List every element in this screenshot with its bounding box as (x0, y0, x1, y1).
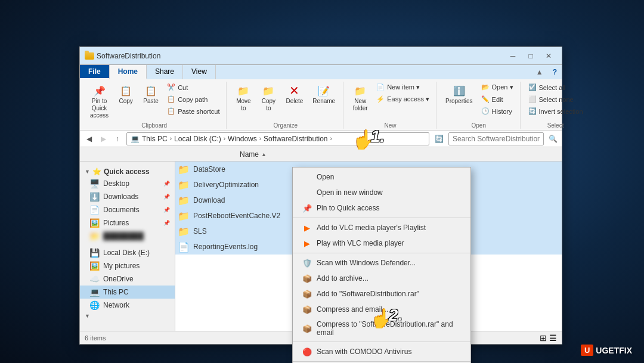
move-to-button[interactable]: 📁 Move to (231, 82, 255, 114)
copy-button[interactable]: 📋 Copy (114, 82, 138, 107)
ctx-compress-label: Compress and email... (317, 305, 388, 314)
sidebar-item-blurred-label: ████████ (103, 232, 144, 240)
sidebar-item-my-pictures[interactable]: 🖼️ My pictures (80, 259, 175, 272)
local-disk-e-icon: 💾 (89, 248, 100, 257)
sidebar-item-blurred[interactable]: 📁 ████████ (80, 229, 175, 243)
open-icon: 📂 (481, 83, 490, 91)
tab-home[interactable]: Home (110, 65, 147, 79)
refresh-button[interactable]: 🔄 (432, 132, 446, 145)
quick-access-icon: ⭐ (92, 167, 101, 176)
pictures-icon: 🖼️ (89, 218, 100, 228)
address-path[interactable]: 💻 This PC › Local Disk (C:) › Windows › … (126, 132, 429, 145)
sidebar-down-arrow: ▼ (85, 313, 90, 319)
ctx-open[interactable]: Open (293, 169, 470, 185)
ribbon: File Home Share View ▲ ? 📌 Pin to Quick … (80, 65, 562, 131)
history-label: History (492, 108, 512, 115)
copy-to-icon: 📁 (261, 83, 275, 98)
easy-access-button[interactable]: ⚡ Easy access ▾ (373, 94, 432, 105)
ctx-add-archive[interactable]: 📦 Add to archive... (293, 271, 470, 286)
ctx-compress-rar-email[interactable]: 📦 Compress to "SoftwareDistribution.rar"… (293, 317, 470, 340)
ribbon-collapse-btn[interactable]: ▲ (531, 65, 548, 79)
rename-button[interactable]: 📝 Rename (308, 82, 339, 107)
copy-path-label: Copy path (178, 96, 208, 103)
ctx-compress-rar-label: Compress to "SoftwareDistribution.rar" a… (317, 320, 461, 337)
ctx-scan-defender[interactable]: 🛡️ Scan with Windows Defender... (293, 255, 470, 271)
ctx-vlc-playlist[interactable]: ▶ Add to VLC media player's Playlist (293, 220, 470, 235)
clipboard-items: 📌 Pin to Quick access 📋 Copy 📋 Paste ✂️ (86, 82, 222, 121)
ctx-archive-icon: 📦 (302, 274, 312, 283)
paste-shortcut-button[interactable]: 📋 Paste shortcut (164, 106, 222, 117)
column-name-header[interactable]: Name ▲ (240, 150, 267, 159)
new-item-button[interactable]: 📄 New item ▾ (373, 82, 432, 93)
new-folder-button[interactable]: 📁 New folder (348, 82, 372, 114)
sidebar-item-network[interactable]: 🌐 Network (80, 299, 175, 312)
sidebar-item-pictures-label: Pictures (103, 219, 129, 227)
ctx-open-new-window[interactable]: Open in new window (293, 185, 470, 200)
sidebar-item-desktop[interactable]: 🖥️ Desktop 📌 (80, 177, 175, 190)
list-view-button[interactable]: ☰ (549, 333, 557, 343)
invert-selection-button[interactable]: 🔄 Invert selection (525, 106, 586, 117)
network-icon: 🌐 (89, 300, 100, 310)
sidebar-item-documents-label: Documents (103, 206, 140, 214)
folder-icon-postreboot: 📁 (178, 210, 190, 222)
ctx-vlc-play[interactable]: ▶ Play with VLC media player (293, 235, 470, 251)
ribbon-group-new: 📁 New folder 📄 New item ▾ ⚡ Easy access … (345, 82, 436, 129)
edit-button[interactable]: ✏️ Edit (478, 94, 516, 105)
sidebar-item-this-pc[interactable]: 💻 This PC (80, 286, 175, 299)
delete-button[interactable]: ✕ Delete (281, 82, 307, 107)
select-all-button[interactable]: ☑️ Select all (525, 82, 586, 93)
up-button[interactable]: ↑ (111, 132, 124, 145)
copy-to-button[interactable]: 📁 Copy to (256, 82, 280, 114)
copy-path-button[interactable]: 📋 Copy path (164, 94, 222, 105)
sidebar-item-local-disk-e[interactable]: 💾 Local Disk (E:) (80, 246, 175, 259)
ctx-scan-comodo[interactable]: 🔴 Scan with COMODO Antivirus (293, 344, 470, 359)
sidebar-item-onedrive[interactable]: ☁️ OneDrive (80, 272, 175, 286)
sidebar-item-desktop-label: Desktop (103, 179, 129, 188)
move-label: Move to (236, 98, 250, 112)
maximize-button[interactable]: □ (522, 50, 539, 62)
select-all-label: Select all (539, 84, 566, 91)
paste-button[interactable]: 📋 Paste (139, 82, 163, 107)
sort-arrow: ▲ (261, 151, 267, 157)
history-button[interactable]: 🕒 History (478, 106, 516, 117)
ctx-compress-email[interactable]: 📦 Compress and email... (293, 302, 470, 317)
select-none-label: Select none (539, 96, 574, 103)
ctx-vlc-label: Play with VLC media player (317, 239, 404, 247)
back-button[interactable]: ◀ (82, 132, 95, 145)
pin-quick-access-button[interactable]: 📌 Pin to Quick access (86, 82, 113, 121)
organize-label: Organize (231, 122, 339, 129)
minimize-button[interactable]: ─ (504, 50, 521, 62)
open-button[interactable]: 📂 Open ▾ (478, 82, 516, 93)
properties-icon: ℹ️ (452, 83, 466, 98)
select-none-button[interactable]: ⬜ Select none (525, 94, 586, 105)
new-folder-icon: 📁 (353, 83, 367, 98)
cut-button[interactable]: ✂️ Cut (164, 82, 222, 93)
path-this-pc: This PC (142, 135, 168, 143)
ctx-pin-quick-access[interactable]: 📌 Pin to Quick access (293, 200, 470, 216)
folder-icon-download: 📁 (178, 195, 190, 206)
search-input[interactable] (448, 132, 544, 145)
ctx-add-rar[interactable]: 📦 Add to "SoftwareDistribution.rar" (293, 286, 470, 302)
details-view-button[interactable]: ⊞ (540, 333, 547, 343)
copy-path-icon: 📋 (167, 95, 175, 103)
cut-label: Cut (178, 84, 188, 91)
close-button[interactable]: ✕ (540, 50, 557, 62)
sidebar-item-pictures[interactable]: 🖼️ Pictures 📌 (80, 216, 175, 229)
ctx-defender-label: Scan with Windows Defender... (317, 259, 416, 267)
blurred-icon: 📁 (89, 231, 100, 241)
forward-button[interactable]: ▶ (97, 132, 110, 145)
ctx-vlc-pl-icon: ▶ (302, 223, 312, 232)
tab-view[interactable]: View (183, 65, 216, 79)
help-btn[interactable]: ? (548, 65, 562, 79)
sidebar-item-downloads[interactable]: ⬇️ Downloads 📌 (80, 190, 175, 203)
ctx-defender-icon: 🛡️ (302, 258, 312, 268)
sidebar-item-documents[interactable]: 📄 Documents 📌 (80, 203, 175, 216)
tab-file[interactable]: File (80, 65, 110, 79)
tab-share[interactable]: Share (147, 65, 183, 79)
invert-label: Invert selection (539, 108, 583, 115)
view-toggle-buttons: ⊞ ☰ (540, 333, 557, 343)
search-button[interactable]: 🔍 (546, 132, 559, 145)
sidebar-scroll-down[interactable]: ▼ (80, 312, 175, 320)
properties-button[interactable]: ℹ️ Properties (441, 82, 477, 107)
quick-access-header[interactable]: ▼ ⭐ Quick access (80, 165, 175, 177)
